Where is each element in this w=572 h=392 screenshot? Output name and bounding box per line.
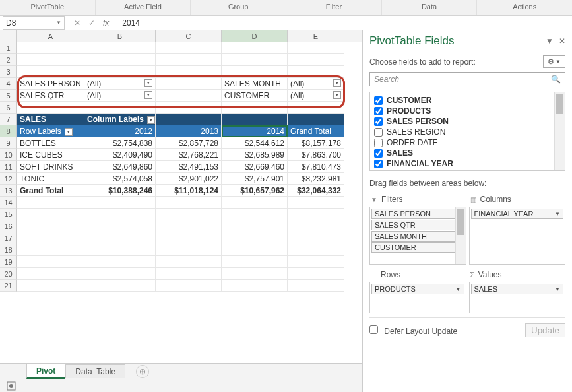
dropdown-icon[interactable]: ▾ bbox=[147, 116, 155, 124]
filter-value[interactable]: (All) ▾ bbox=[84, 90, 156, 102]
area-pill[interactable]: SALES PERSON▼ bbox=[371, 209, 464, 219]
add-sheet-button[interactable]: ⊕ bbox=[136, 365, 149, 378]
field-name[interactable]: CUSTOMER bbox=[387, 96, 431, 105]
area-pill[interactable]: SALES▼ bbox=[471, 284, 564, 294]
cell[interactable] bbox=[222, 256, 288, 268]
record-macro-icon[interactable] bbox=[7, 381, 16, 391]
filter-value[interactable]: (All) ▾ bbox=[84, 78, 156, 90]
cell[interactable] bbox=[84, 256, 156, 268]
cell[interactable] bbox=[222, 244, 288, 256]
field-name[interactable]: SALES bbox=[387, 148, 413, 158]
dropdown-icon[interactable]: ▾ bbox=[333, 91, 341, 99]
pivot-value[interactable]: $2,901,022 bbox=[156, 173, 222, 185]
cell[interactable] bbox=[156, 280, 222, 292]
chevron-down-icon[interactable]: ▼ bbox=[56, 20, 61, 26]
search-input[interactable]: Search 🔍 bbox=[369, 72, 565, 86]
columns-drop-zone[interactable]: FINANCIAL YEAR▼ bbox=[469, 207, 566, 265]
cell[interactable] bbox=[156, 197, 222, 209]
pivot-row-label[interactable]: BOTTLES bbox=[17, 137, 84, 149]
cell[interactable] bbox=[288, 256, 344, 268]
pivot-value[interactable]: $2,649,860 bbox=[84, 161, 156, 173]
cell[interactable] bbox=[288, 197, 344, 209]
cell[interactable] bbox=[288, 209, 344, 220]
fx-icon[interactable]: fx bbox=[103, 18, 109, 28]
row-header[interactable]: 18 bbox=[0, 244, 17, 256]
field-checkbox[interactable] bbox=[374, 117, 383, 126]
grand-total-value[interactable]: $11,018,124 bbox=[156, 185, 222, 197]
cell[interactable] bbox=[156, 268, 222, 280]
filters-drop-zone[interactable]: SALES PERSON▼ SALES QTR▼ SALES MONTH▼ CU… bbox=[369, 207, 466, 265]
dropdown-icon[interactable]: ▾ bbox=[144, 79, 152, 87]
pivot-value[interactable]: $2,491,153 bbox=[156, 161, 222, 173]
scrollbar[interactable] bbox=[554, 92, 565, 170]
cell[interactable] bbox=[288, 114, 344, 125]
cell[interactable] bbox=[17, 244, 84, 256]
filter-label[interactable]: SALES MONTH bbox=[222, 78, 288, 90]
field-checkbox[interactable] bbox=[374, 139, 383, 147]
cell[interactable] bbox=[156, 78, 222, 90]
area-pill[interactable]: SALES QTR▼ bbox=[371, 220, 464, 230]
cell[interactable] bbox=[222, 280, 288, 292]
row-header[interactable]: 4 bbox=[0, 78, 17, 90]
select-all-corner[interactable] bbox=[0, 30, 17, 42]
cell[interactable] bbox=[222, 54, 288, 66]
area-pill[interactable]: CUSTOMER▼ bbox=[371, 242, 464, 253]
row-header[interactable]: 9 bbox=[0, 137, 17, 149]
cell[interactable] bbox=[222, 114, 288, 125]
field-checkbox[interactable] bbox=[374, 96, 383, 105]
row-header[interactable]: 8 bbox=[0, 125, 17, 137]
field-name[interactable]: PRODUCTS bbox=[387, 106, 431, 115]
pivot-value[interactable]: $8,157,178 bbox=[288, 137, 344, 149]
grand-total-value[interactable]: $32,064,332 bbox=[288, 185, 344, 197]
pivot-value[interactable]: $2,574,058 bbox=[84, 173, 156, 185]
cell[interactable] bbox=[156, 220, 222, 232]
pivot-value[interactable]: $2,409,490 bbox=[84, 149, 156, 161]
area-pill[interactable]: SALES MONTH▼ bbox=[371, 231, 464, 242]
cell[interactable] bbox=[156, 66, 222, 78]
row-header[interactable]: 20 bbox=[0, 268, 17, 280]
row-header[interactable]: 3 bbox=[0, 66, 17, 78]
grand-total-value[interactable]: $10,657,962 bbox=[222, 185, 288, 197]
grand-total-label[interactable]: Grand Total bbox=[17, 185, 84, 197]
cell[interactable] bbox=[288, 54, 344, 66]
name-box[interactable]: D8 ▼ bbox=[3, 16, 65, 30]
grand-total-value[interactable]: $10,388,246 bbox=[84, 185, 156, 197]
pivot-value[interactable]: $2,685,989 bbox=[222, 149, 288, 161]
row-header[interactable]: 11 bbox=[0, 161, 17, 173]
chevron-down-icon[interactable]: ▼ bbox=[555, 211, 560, 217]
cell[interactable] bbox=[288, 268, 344, 280]
tools-button[interactable]: ⚙▼ bbox=[543, 55, 565, 68]
scrollbar[interactable] bbox=[455, 207, 466, 264]
cell[interactable] bbox=[288, 66, 344, 78]
cell[interactable] bbox=[17, 54, 84, 66]
cancel-icon[interactable]: ✕ bbox=[74, 18, 80, 28]
cell[interactable] bbox=[17, 256, 84, 268]
col-header[interactable]: E bbox=[288, 30, 344, 42]
row-header[interactable]: 21 bbox=[0, 280, 17, 292]
cell[interactable] bbox=[288, 42, 344, 54]
cell[interactable] bbox=[156, 232, 222, 244]
cell[interactable] bbox=[84, 66, 156, 78]
cell[interactable] bbox=[222, 268, 288, 280]
cell[interactable] bbox=[288, 102, 344, 114]
cell[interactable] bbox=[84, 197, 156, 209]
filter-value[interactable]: (All) ▾ bbox=[288, 78, 344, 90]
row-header[interactable]: 10 bbox=[0, 149, 17, 161]
cell[interactable] bbox=[156, 209, 222, 220]
cell[interactable] bbox=[17, 102, 84, 114]
cell[interactable] bbox=[17, 197, 84, 209]
tab-pivot[interactable]: Pivot bbox=[26, 364, 65, 379]
pivot-value[interactable]: $2,669,460 bbox=[222, 161, 288, 173]
field-checkbox[interactable] bbox=[374, 149, 383, 158]
cell[interactable] bbox=[156, 54, 222, 66]
row-header[interactable]: 7 bbox=[0, 114, 17, 125]
cell[interactable] bbox=[222, 102, 288, 114]
pivot-row-label[interactable]: SOFT DRINKS bbox=[17, 161, 84, 173]
pivot-value[interactable]: $8,232,981 bbox=[288, 173, 344, 185]
pivot-value[interactable]: $2,857,728 bbox=[156, 137, 222, 149]
tab-data-table[interactable]: Data_Table bbox=[65, 364, 125, 378]
pivot-value[interactable]: $7,810,473 bbox=[288, 161, 344, 173]
row-header[interactable]: 19 bbox=[0, 256, 17, 268]
cell[interactable] bbox=[156, 114, 222, 125]
row-header[interactable]: 6 bbox=[0, 102, 17, 114]
